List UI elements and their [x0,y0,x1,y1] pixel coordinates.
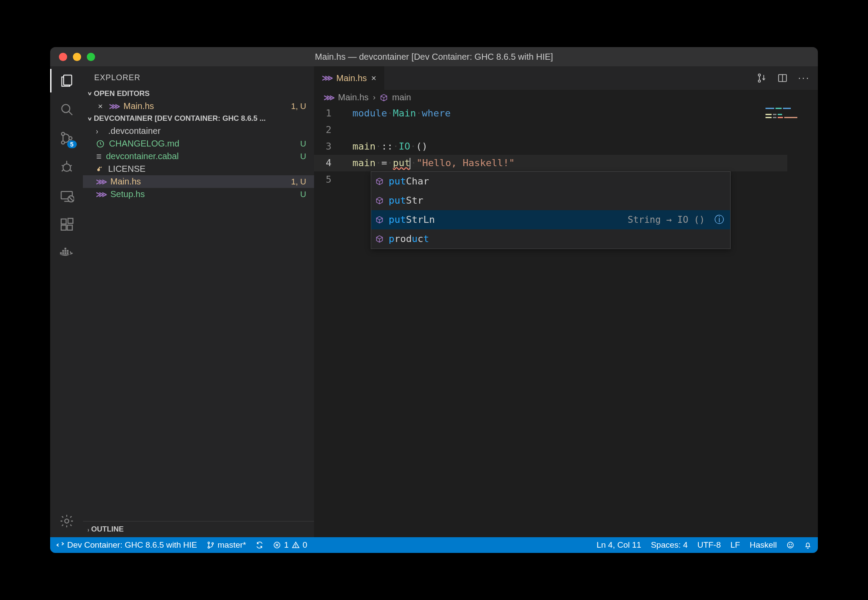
docker-icon[interactable] [58,245,75,262]
outline-header[interactable]: › OUTLINE [83,521,314,537]
file-row[interactable]: ⋙ Setup.hs U [83,188,314,201]
settings-gear-icon[interactable] [58,513,75,529]
close-icon[interactable]: × [371,73,376,83]
git-branch[interactable]: master* [207,540,246,550]
breadcrumb-file: Main.hs [338,92,369,102]
svg-rect-18 [67,225,72,230]
file-row[interactable]: LICENSE [83,163,314,175]
tabbar-actions: ··· [756,66,818,90]
svg-point-37 [208,542,209,544]
svg-point-5 [68,136,72,140]
svg-rect-21 [62,252,64,254]
line-number: 4 [314,155,345,171]
breadcrumb-symbol: main [392,92,411,102]
svg-rect-16 [61,219,66,224]
haskell-file-icon: ⋙ [324,93,334,102]
intellisense-suggest[interactable]: putChar putStr putStrLn String → IO () ⓘ [371,171,731,249]
svg-point-1 [62,105,69,112]
sidebar: EXPLORER ∨ OPEN EDITORS × ⋙ Main.hs 1, U… [83,66,314,537]
svg-point-45 [787,542,793,548]
window-title: Main.hs — devcontainer [Dev Container: G… [315,52,553,62]
tab-main-hs[interactable]: ⋙ Main.hs × [314,66,385,90]
svg-point-44 [295,546,296,547]
chevron-right-icon: › [96,126,104,135]
sidebar-title: EXPLORER [83,66,314,88]
file-name: LICENSE [108,164,146,174]
cursor-position[interactable]: Ln 4, Col 11 [597,540,641,550]
split-editor-icon[interactable] [777,73,788,83]
editor-area: ⋙ Main.hs × ··· ⋙ Main.hs › [314,66,818,537]
workspace-header[interactable]: ∨ DEVCONTAINER [DEV CONTAINER: GHC 8.6.5… [83,112,314,125]
more-actions-icon[interactable]: ··· [798,72,810,84]
svg-point-33 [758,74,760,76]
problems-indicator[interactable]: 1 0 [273,540,307,550]
file-row[interactable]: ≣ devcontainer.cabal U [83,150,314,163]
notifications-icon[interactable] [804,541,812,549]
open-editors-header[interactable]: ∨ OPEN EDITORS [83,88,314,100]
svg-point-46 [789,544,789,545]
sync-button[interactable] [256,541,263,549]
haskell-file-icon: ⋙ [96,190,106,199]
code-line: main·=·put·"Hello, Haskell!" [352,155,515,171]
close-icon[interactable]: × [96,102,105,111]
svg-line-11 [70,170,72,171]
suggest-item-selected[interactable]: putStrLn String → IO () ⓘ [371,210,730,229]
scm-badge: 5 [67,140,77,148]
chevron-right-icon: › [373,93,376,102]
close-window-button[interactable] [59,53,67,61]
suggest-item[interactable]: putStr [371,191,730,210]
suggest-detail: String → IO () [628,211,705,228]
file-name: Setup.hs [110,189,145,199]
warning-count: 0 [303,540,308,550]
maximize-window-button[interactable] [87,53,95,61]
folder-row[interactable]: › .devcontainer [83,125,314,137]
feedback-icon[interactable] [786,541,794,549]
debug-icon[interactable] [58,159,75,175]
indentation[interactable]: Spaces: 4 [651,540,688,550]
breadcrumb[interactable]: ⋙ Main.hs › main [314,90,818,105]
code-editor[interactable]: 1 2 3 4 5 module·Main·where main·::·IO·(… [314,105,818,537]
suggest-item[interactable]: product [371,229,730,249]
svg-rect-32 [100,167,102,168]
outline-label: OUTLINE [91,525,124,534]
file-row[interactable]: ⋙ Main.hs 1, U [83,175,314,188]
minimize-window-button[interactable] [73,53,81,61]
haskell-file-icon: ⋙ [96,177,106,187]
svg-rect-0 [63,75,71,85]
encoding[interactable]: UTF-8 [697,540,721,550]
explorer-icon[interactable] [58,72,75,89]
suggest-item[interactable]: putChar [371,172,730,191]
svg-point-6 [63,164,70,171]
line-number: 3 [314,138,345,155]
open-editor-status: 1, U [291,102,306,111]
chevron-down-icon: ∨ [87,91,92,97]
source-control-icon[interactable]: 5 [58,130,75,147]
tab-bar: ⋙ Main.hs × ··· [314,66,818,90]
symbol-icon [376,235,383,243]
svg-rect-22 [64,252,66,254]
file-row[interactable]: CHANGELOG.md U [83,137,314,150]
search-icon[interactable] [58,101,75,118]
file-status: 1, U [291,177,306,187]
file-name: CHANGELOG.md [109,139,179,149]
remote-indicator[interactable]: Dev Container: GHC 8.6.5 with HIE [56,540,197,550]
info-icon[interactable]: ⓘ [714,211,724,228]
eol[interactable]: LF [731,540,740,550]
file-status: U [300,152,306,161]
compare-changes-icon[interactable] [756,73,767,83]
svg-rect-19 [68,218,72,223]
symbol-icon [380,94,388,102]
extensions-icon[interactable] [58,216,75,233]
line-number: 2 [314,122,345,138]
svg-point-28 [65,519,68,523]
minimap[interactable] [765,108,813,121]
open-editor-filename: Main.hs [123,101,154,111]
symbol-icon [376,216,383,224]
tab-label: Main.hs [336,73,367,83]
language-mode[interactable]: Haskell [750,540,777,550]
activity-bar: 5 [50,66,83,537]
workspace-label: DEVCONTAINER [DEV CONTAINER: GHC 8.6.5 .… [94,114,266,123]
open-editor-item[interactable]: × ⋙ Main.hs 1, U [83,100,314,112]
remote-explorer-icon[interactable] [58,188,75,204]
svg-point-38 [208,546,209,548]
